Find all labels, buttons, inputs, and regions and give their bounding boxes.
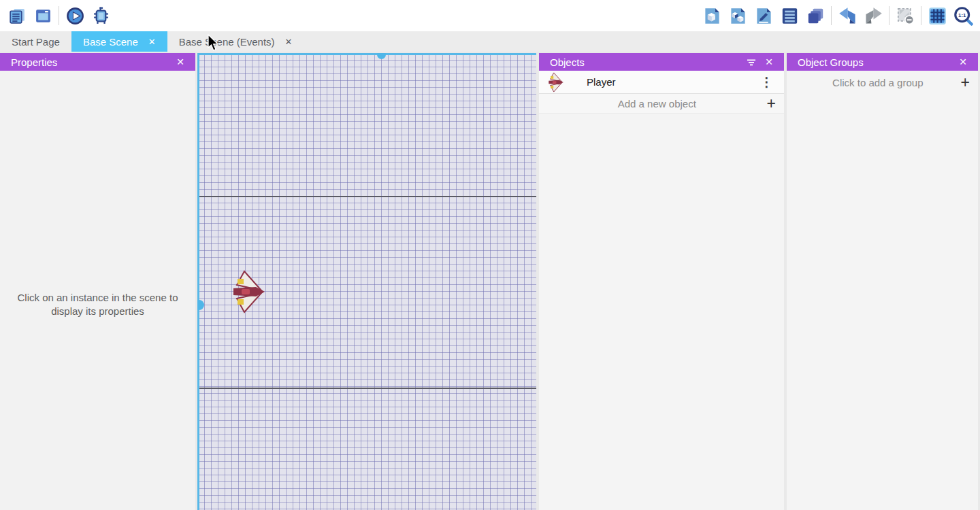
panel-title: Object Groups — [798, 56, 864, 68]
object-groups-editor-button[interactable] — [725, 2, 751, 29]
object-groups-panel-header: Object Groups ✕ — [787, 53, 978, 71]
preview-icon — [65, 6, 85, 26]
grid-icon — [928, 7, 947, 25]
canvas-selection-border-top — [197, 53, 536, 55]
tab-label: Base Scene — [83, 36, 138, 48]
properties-empty-message: Click on an instance in the scene to dis… — [7, 291, 189, 319]
player-instance[interactable] — [233, 270, 265, 313]
zoom-original-icon: 1:1 — [953, 6, 973, 26]
scene-canvas[interactable] — [197, 53, 536, 510]
panel-title: Properties — [11, 56, 57, 68]
zoom-level-label: 1:1 — [958, 12, 966, 18]
tab-close-icon[interactable]: ✕ — [285, 37, 293, 46]
canvas-selection-border-left — [197, 53, 199, 510]
instances-list-icon — [781, 7, 799, 25]
redo-icon — [864, 7, 883, 25]
objects-panel-header: Objects ✕ — [539, 53, 784, 71]
toolbar-separator — [59, 6, 59, 25]
main-toolbar: 1:1 — [0, 0, 980, 31]
object-groups-panel: Object Groups ✕ Click to add a group + — [787, 53, 978, 510]
tab-bar: Start Page Base Scene ✕ Base Scene (Even… — [0, 31, 980, 52]
scene-window-button[interactable] — [30, 2, 56, 29]
properties-editor-icon — [755, 7, 773, 25]
toolbar-separator — [889, 6, 889, 25]
toolbar-separator — [921, 6, 921, 25]
object-row-player[interactable]: Player ⋮ — [539, 71, 784, 94]
redo-button[interactable] — [860, 2, 886, 29]
object-groups-editor-icon — [729, 7, 747, 25]
object-name: Player — [587, 76, 616, 88]
layers-editor-button[interactable] — [802, 2, 828, 29]
project-manager-icon — [8, 7, 27, 25]
debug-icon — [91, 6, 111, 26]
add-group-label: Click to add a group — [795, 77, 961, 88]
scene-window-icon — [34, 7, 52, 25]
toolbar-left-group — [0, 0, 114, 31]
panel-title: Objects — [550, 56, 585, 68]
preview-button[interactable] — [62, 2, 88, 29]
instances-list-button[interactable] — [777, 2, 802, 29]
game-window-border-top — [197, 196, 536, 197]
close-icon[interactable]: ✕ — [955, 57, 971, 67]
objects-panel: Objects ✕ Player ⋮ Add a new object — [539, 53, 784, 510]
toolbar-separator — [831, 6, 832, 25]
game-window-border-bottom — [197, 388, 536, 389]
zoom-original-button[interactable]: 1:1 — [950, 2, 976, 29]
tab-start-page[interactable]: Start Page — [0, 31, 71, 52]
add-object-label: Add a new object — [547, 98, 767, 109]
add-group-row[interactable]: Click to add a group + — [787, 71, 978, 94]
properties-panel-header: Properties ✕ — [0, 53, 195, 71]
tab-label: Base Scene (Events) — [179, 36, 275, 48]
properties-panel: Properties ✕ Click on an instance in the… — [0, 53, 195, 510]
tab-base-scene-events[interactable]: Base Scene (Events) ✕ — [167, 31, 304, 52]
plus-icon[interactable]: + — [961, 75, 970, 90]
close-icon[interactable]: ✕ — [761, 57, 777, 67]
delete-selection-button[interactable] — [892, 2, 918, 29]
player-object-thumbnail-icon — [548, 72, 566, 92]
properties-editor-button[interactable] — [751, 2, 777, 29]
toolbar-right-group: 1:1 — [699, 0, 980, 31]
object-menu-dots-icon[interactable]: ⋮ — [757, 74, 776, 90]
layers-editor-icon — [806, 7, 825, 25]
plus-icon[interactable]: + — [767, 96, 776, 112]
close-icon[interactable]: ✕ — [172, 57, 189, 67]
tab-base-scene[interactable]: Base Scene ✕ — [71, 31, 167, 52]
undo-button[interactable] — [834, 2, 860, 29]
undo-icon — [838, 7, 857, 25]
objects-editor-icon — [703, 7, 721, 25]
debug-button[interactable] — [88, 2, 114, 29]
filter-icon[interactable] — [742, 56, 761, 67]
delete-selection-icon — [896, 7, 915, 25]
project-manager-button[interactable] — [4, 2, 30, 29]
tab-close-icon[interactable]: ✕ — [148, 37, 156, 46]
objects-editor-button[interactable] — [699, 2, 725, 29]
add-object-row[interactable]: Add a new object + — [539, 94, 784, 114]
grid-button[interactable] — [924, 2, 950, 29]
tab-label: Start Page — [12, 36, 60, 48]
